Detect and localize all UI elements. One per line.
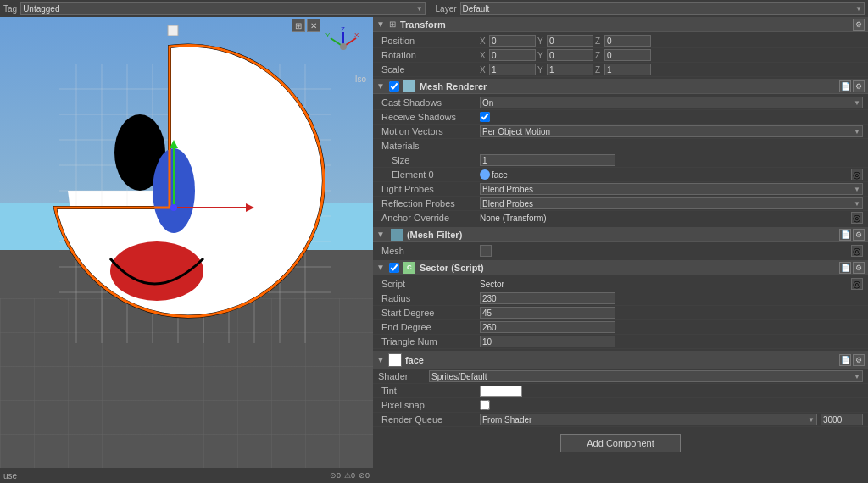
size-input[interactable] <box>480 154 615 166</box>
light-probes-arrow: ▼ <box>854 186 860 193</box>
radius-label: Radius <box>378 293 480 303</box>
svg-text:Z: Z <box>341 25 345 33</box>
mesh-renderer-enabled-checkbox[interactable] <box>389 81 399 92</box>
sector-settings-icon[interactable]: ⚙ <box>853 262 865 274</box>
viewport-toolbar: ⊞ ✕ <box>292 19 320 32</box>
pixel-snap-checkbox[interactable] <box>480 400 490 410</box>
rotation-z-input[interactable] <box>604 49 651 61</box>
layer-label: Layer <box>436 4 457 14</box>
layer-dropdown[interactable]: Default ▼ <box>460 2 865 15</box>
face-material-icon <box>388 353 402 367</box>
face-material-header[interactable]: ▼ face 📄 ⚙ <box>373 351 868 369</box>
element0-select-btn[interactable]: ◎ <box>851 169 863 180</box>
anchor-override-label: Anchor Override <box>378 213 480 223</box>
reflection-probes-value: Blend Probes ▼ <box>480 197 863 209</box>
render-queue-value-input[interactable] <box>821 414 863 425</box>
triangle-num-input[interactable] <box>480 336 615 347</box>
rotation-label: Rotation <box>378 50 480 60</box>
radius-row: Radius <box>373 291 868 306</box>
cast-shadows-dropdown[interactable]: On ▼ <box>480 97 863 108</box>
anchor-override-text: None (Transform) <box>480 214 547 223</box>
scale-z-field: Z <box>595 64 651 75</box>
tint-color-swatch[interactable] <box>480 386 522 397</box>
add-component-button[interactable]: Add Component <box>560 434 681 452</box>
mesh-renderer-section-header[interactable]: ▼ Mesh Renderer 📄 ⚙ <box>373 79 868 94</box>
reflection-probes-dropdown[interactable]: Blend Probes ▼ <box>480 197 863 209</box>
sector-script-section-header[interactable]: ▼ C Sector (Script) 📄 ⚙ <box>373 260 868 275</box>
mesh-renderer-body: Cast Shadows On ▼ Receive Shadows Motion… <box>373 94 868 227</box>
mesh-label: Mesh <box>378 246 480 256</box>
iso-label: Iso <box>355 75 366 84</box>
tag-label: Tag <box>3 4 17 14</box>
receive-shadows-checkbox[interactable] <box>480 112 490 122</box>
element0-text: face <box>492 170 508 180</box>
mesh-row: Mesh ◎ <box>373 244 868 258</box>
viewport-tool-1[interactable]: ⊞ <box>292 19 305 32</box>
transform-settings-icon[interactable]: ⚙ <box>853 19 865 31</box>
scale-z-input[interactable] <box>604 64 651 75</box>
layer-dropdown-arrow: ▼ <box>855 5 862 13</box>
mesh-value-box <box>480 245 492 257</box>
scale-y-input[interactable] <box>547 64 593 75</box>
shader-value: Sprites/Default <box>431 372 487 381</box>
mesh-filter-section-header[interactable]: ▼ (Mesh Filter) 📄 ⚙ <box>373 227 868 242</box>
rotation-x-input[interactable] <box>489 49 536 61</box>
size-row: Size <box>373 153 868 168</box>
start-degree-input[interactable] <box>480 307 615 319</box>
anchor-override-value: None (Transform) ◎ <box>480 212 863 224</box>
script-row: Script Sector ◎ <box>373 277 868 291</box>
top-bar: Tag Untagged ▼ Layer Default ▼ <box>0 0 868 17</box>
radius-input[interactable] <box>480 292 615 304</box>
mesh-filter-settings-icon[interactable]: ⚙ <box>853 229 865 241</box>
scene-gizmo[interactable]: X Y Z <box>322 25 364 68</box>
viewport[interactable]: X Y Z Iso ⊞ ✕ use ⊙0 ⚠0 ⊘0 <box>0 17 373 483</box>
sector-script-icon: C <box>403 262 415 274</box>
element0-value: face ◎ <box>480 169 863 180</box>
receive-shadows-value <box>480 112 863 122</box>
sector-book-icon[interactable]: 📄 <box>839 262 851 274</box>
scale-x-input[interactable] <box>489 64 536 75</box>
triangle-num-label: Triangle Num <box>378 336 480 347</box>
face-material-settings-icon[interactable]: ⚙ <box>853 354 865 366</box>
viewport-bottom-bar: use ⊙0 ⚠0 ⊘0 <box>0 468 373 483</box>
mesh-renderer-book-icon[interactable]: 📄 <box>839 80 851 92</box>
rotation-y-input[interactable] <box>547 49 593 61</box>
transform-title: Transform <box>400 19 446 30</box>
face-material-book-icon[interactable]: 📄 <box>839 354 851 366</box>
shader-dropdown[interactable]: Sprites/Default ▼ <box>429 370 863 382</box>
tint-row: Tint <box>373 384 868 398</box>
script-text: Sector <box>480 280 504 289</box>
light-probes-dropdown[interactable]: Blend Probes ▼ <box>480 183 863 195</box>
svg-rect-27 <box>168 25 178 36</box>
transform-collapse-icon: ▼ <box>376 19 385 29</box>
end-degree-label: End Degree <box>378 322 480 332</box>
mesh-filter-book-icon[interactable]: 📄 <box>839 229 851 241</box>
motion-vectors-label: Motion Vectors <box>378 126 480 136</box>
anchor-override-select-btn[interactable]: ◎ <box>851 212 863 224</box>
end-degree-row: End Degree <box>373 320 868 335</box>
motion-vectors-dropdown[interactable]: Per Object Motion ▼ <box>480 125 863 137</box>
tag-dropdown-arrow: ▼ <box>416 5 423 13</box>
radius-value <box>480 292 863 304</box>
script-select-btn[interactable]: ◎ <box>851 278 863 290</box>
mesh-renderer-settings-icon[interactable]: ⚙ <box>853 80 865 92</box>
mesh-value: ◎ <box>480 245 863 257</box>
transform-section-header[interactable]: ▼ ⊞ Transform ⚙ <box>373 17 868 32</box>
viewport-tool-2[interactable]: ✕ <box>307 19 320 32</box>
element0-icon <box>480 169 490 180</box>
sector-enabled-checkbox[interactable] <box>389 263 399 273</box>
cast-shadows-arrow: ▼ <box>854 99 860 107</box>
position-x-input[interactable] <box>489 35 536 47</box>
position-y-input[interactable] <box>547 35 593 47</box>
motion-vectors-arrow: ▼ <box>854 128 860 136</box>
transform-body: Position X Y Z <box>373 32 868 79</box>
mesh-filter-title: (Mesh Filter) <box>407 230 462 240</box>
main-content: X Y Z Iso ⊞ ✕ use ⊙0 ⚠0 ⊘0 ▼ ⊞ Transform <box>0 17 868 483</box>
mesh-renderer-section-icons: 📄 ⚙ <box>839 80 865 92</box>
tag-dropdown[interactable]: Untagged ▼ <box>20 2 425 15</box>
mesh-select-btn[interactable]: ◎ <box>851 245 863 257</box>
render-queue-mode-dropdown[interactable]: From Shader ▼ <box>480 414 817 425</box>
end-degree-input[interactable] <box>480 321 615 333</box>
position-z-input[interactable] <box>604 35 651 47</box>
face-material-title: face <box>405 355 424 365</box>
